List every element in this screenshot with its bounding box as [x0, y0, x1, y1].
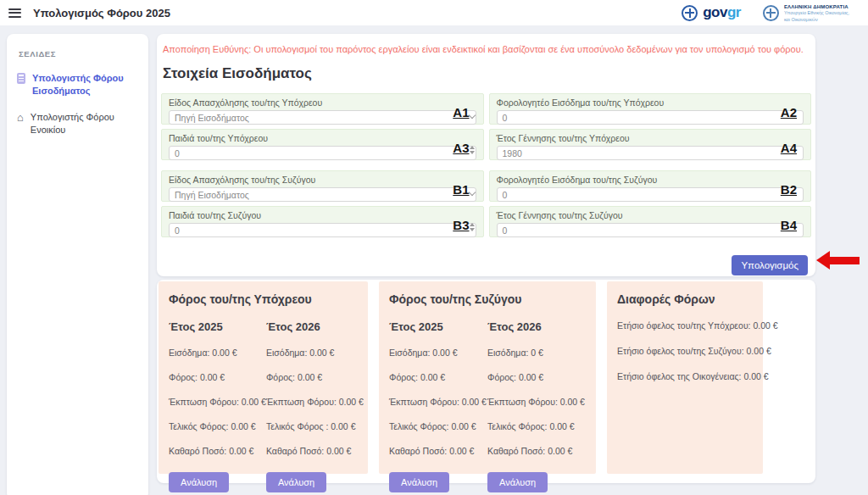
field-label: Φορολογητέο Εισόδημα του/της Συζύγου — [497, 175, 804, 185]
spouse-year-2025-column: Έτος 2025 Εισόδημα: 0.00 € Φόρος: 0.00 €… — [389, 320, 487, 492]
field-tag-b4: B4 — [781, 218, 797, 232]
panel-obligor-tax: Φόρος του/της Υπόχρεου Έτος 2025 Εισόδημ… — [159, 281, 368, 474]
field-tag-b1: B1 — [453, 182, 469, 197]
tax-value: Φόρος: 0.00 € — [487, 372, 586, 382]
field-children-obligor: Παιδιά του/της Υπόχρεου 0 A3 — [161, 129, 484, 160]
calculator-icon — [17, 73, 25, 84]
results-card: Φόρος του/της Υπόχρεου Έτος 2025 Εισόδημ… — [157, 280, 815, 483]
children-obligor-input[interactable]: 0 — [169, 146, 476, 160]
net-amount-value: Καθαρό Ποσό: 0.00 € — [389, 446, 487, 456]
spouse-year-2026-column: Έτος 2026 Εισόδημα: 0 € Φόρος: 0.00 € Έκ… — [487, 320, 586, 492]
field-label: Παιδιά του/της Υπόχρεου — [169, 133, 476, 143]
top-header: Υπολογισμός Φόρου 2025 govgr ΕΛΛΗΝΙΚΗ ΔΗ… — [0, 0, 868, 25]
analysis-button[interactable]: Ανάλυση — [487, 472, 548, 492]
form-grid-obligor: Είδος Απασχόλησης του/της Υπόχρεου Πηγή … — [161, 93, 811, 160]
form-grid-spouse: Είδος Απασχόλησης του/της Συζύγου Πηγή Ε… — [161, 170, 811, 237]
net-amount-value: Καθαρό Ποσό: 0.00 € — [169, 446, 266, 456]
sidebar-section-label: ΣΕΛΙΔΕΣ — [19, 49, 138, 58]
calculate-button[interactable]: Υπολογισμός — [732, 255, 808, 275]
final-tax-value: Τελικός Φόρος: 0.00 € — [169, 421, 266, 431]
children-spouse-input[interactable]: 0 — [169, 223, 476, 237]
ministry-subtitle-1: Υπουργείο Εθνικής Οικονομίας, — [784, 10, 849, 15]
analysis-button[interactable]: Ανάλυση — [266, 472, 326, 492]
annual-benefit-obligor: Ετήσιο όφελος του/της Υπόχρεου: 0.00 € — [617, 320, 753, 331]
field-taxable-income-spouse: Φορολογητέο Εισόδημα του/της Συζύγου 0 B… — [489, 170, 812, 202]
field-employment-type-obligor: Είδος Απασχόλησης του/της Υπόχρεου Πηγή … — [161, 93, 484, 125]
field-children-spouse: Παιδιά του/της Συζύγου 0 B3 — [161, 206, 484, 237]
field-label: Φορολογητέο Εισόδημα του/της Υπόχρεου — [497, 97, 804, 108]
obligor-year-2025-column: Έτος 2025 Εισόδημα: 0.00 € Φόρος: 0.00 €… — [169, 320, 266, 492]
panel-title: Φόρος του/της Υπόχρεου — [169, 292, 358, 306]
sidebar: ΣΕΛΙΔΕΣ Υπολογιστής Φόρου Εισοδήματος ⌂ … — [7, 34, 148, 495]
birth-year-obligor-input[interactable]: 1980 — [497, 146, 804, 160]
ministry-subtitle-2: και Οικονομικών — [784, 17, 849, 22]
income-form-card: Αποποίηση Ευθύνης: Οι υπολογισμοί του πα… — [157, 34, 815, 276]
field-tag-a4: A4 — [781, 141, 797, 155]
tax-credit-value: Έκπτωση Φόρου: 0.00 € — [389, 397, 487, 407]
field-tag-a3: A3 — [453, 141, 469, 155]
year-heading: Έτος 2026 — [487, 320, 586, 333]
analysis-button[interactable]: Ανάλυση — [169, 472, 229, 492]
sidebar-item-rent-tax-calculator[interactable]: ⌂ Υπολογιστής Φόρου Ενοικίου — [17, 111, 138, 136]
income-value: Εισόδημα: 0.00 € — [389, 348, 487, 358]
govgr-emblem-icon — [682, 5, 698, 21]
net-amount-value: Καθαρό Ποσό: 0.00 € — [487, 446, 586, 456]
ministry-emblem-icon — [763, 5, 779, 21]
number-stepper-icons[interactable] — [470, 223, 475, 231]
income-value: Εισόδημα: 0.00 € — [169, 348, 266, 358]
field-birth-year-obligor: Έτος Γέννησης του/της Υπόχρεου 1980 A4 — [489, 129, 812, 160]
income-value: Εισόδημα: 0 € — [487, 348, 586, 358]
sidebar-item-label: Υπολογιστής Φόρου Εισοδήματος — [32, 72, 138, 97]
submit-row: Υπολογισμός — [161, 255, 811, 275]
govgr-logo: govgr — [682, 4, 741, 21]
annual-benefit-spouse: Ετήσιο όφελος του/της Συζύγου: 0.00 € — [617, 346, 753, 356]
field-label: Είδος Απασχόλησης του/της Συζύγου — [169, 175, 476, 185]
panel-title: Διαφορές Φόρων — [617, 292, 753, 306]
field-tag-a1: A1 — [453, 105, 469, 120]
tax-value: Φόρος: 0.00 € — [389, 372, 487, 382]
panel-title: Φόρος του/της Συζύγου — [389, 292, 586, 306]
ministry-logo: ΕΛΛΗΝΙΚΗ ΔΗΜΟΚΡΑΤΙΑ Υπουργείο Εθνικής Οι… — [763, 4, 849, 22]
year-heading: Έτος 2026 — [266, 320, 364, 333]
field-tag-b2: B2 — [781, 182, 797, 197]
tax-credit-value: Έκπτωση Φόρου: 0.00 € — [487, 397, 586, 407]
final-tax-value: Τελικός Φόρος: 0.00 € — [487, 421, 586, 431]
field-tag-b3: B3 — [453, 218, 469, 232]
tax-value: Φόρος: 0.00 € — [266, 372, 364, 382]
net-amount-value: Καθαρό Ποσό: 0.00 € — [266, 446, 364, 456]
employment-type-spouse-select[interactable]: Πηγή Εισοδήματος — [169, 187, 476, 202]
field-taxable-income-obligor: Φορολογητέο Εισόδημα του/της Υπόχρεου 0 … — [489, 93, 812, 125]
year-heading: Έτος 2025 — [389, 320, 487, 333]
panel-spouse-tax: Φόρος του/της Συζύγου Έτος 2025 Εισόδημα… — [379, 281, 596, 474]
annual-benefit-family: Ετήσιο όφελος της Οικογένειας: 0.00 € — [617, 371, 753, 381]
field-tag-a2: A2 — [781, 105, 797, 120]
year-heading: Έτος 2025 — [169, 320, 266, 333]
income-value: Εισόδημα: 0.00 € — [266, 348, 364, 358]
number-stepper-icons[interactable] — [470, 146, 475, 154]
sidebar-item-label: Υπολογιστής Φόρου Ενοικίου — [31, 111, 138, 136]
field-label: Παιδιά του/της Συζύγου — [169, 210, 476, 220]
obligor-year-2026-column: Έτος 2026 Εισόδημα: 0.00 € Φόρος: 0.00 €… — [266, 320, 364, 492]
panel-tax-differences: Διαφορές Φόρων Ετήσιο όφελος του/της Υπό… — [607, 281, 763, 474]
final-tax-value: Τελικός Φόρος: 0.00 € — [389, 421, 487, 431]
home-icon: ⌂ — [17, 112, 24, 123]
govgr-wordmark: govgr — [703, 4, 741, 21]
employment-type-obligor-select[interactable]: Πηγή Εισοδήματος — [169, 110, 476, 125]
field-label: Έτος Γέννησης του/της Συζύγου — [497, 210, 804, 220]
tax-credit-value: Έκπτωση Φόρου: 0.00 € — [169, 397, 266, 407]
disclaimer-text: Αποποίηση Ευθύνης: Οι υπολογισμοί του πα… — [163, 44, 811, 54]
tax-value: Φόρος: 0.00 € — [169, 372, 266, 382]
analysis-button[interactable]: Ανάλυση — [389, 472, 449, 492]
arrow-annotation-icon — [816, 251, 860, 270]
field-label: Έτος Γέννησης του/της Υπόχρεου — [497, 133, 804, 143]
header-logos: govgr ΕΛΛΗΝΙΚΗ ΔΗΜΟΚΡΑΤΙΑ Υπουργείο Εθνι… — [682, 0, 849, 25]
hamburger-menu-icon[interactable] — [8, 8, 21, 18]
section-heading: Στοιχεία Εισοδήματος — [163, 65, 811, 82]
taxable-income-spouse-input[interactable]: 0 — [497, 187, 804, 202]
page-title: Υπολογισμός Φόρου 2025 — [33, 7, 170, 19]
field-birth-year-spouse: Έτος Γέννησης του/της Συζύγου 0 B4 — [489, 206, 812, 237]
sidebar-item-income-tax-calculator[interactable]: Υπολογιστής Φόρου Εισοδήματος — [17, 72, 138, 97]
taxable-income-obligor-input[interactable]: 0 — [497, 110, 804, 125]
birth-year-spouse-input[interactable]: 0 — [497, 223, 804, 237]
tax-credit-value: Έκπτωση Φόρου: 0.00 € — [266, 397, 364, 407]
